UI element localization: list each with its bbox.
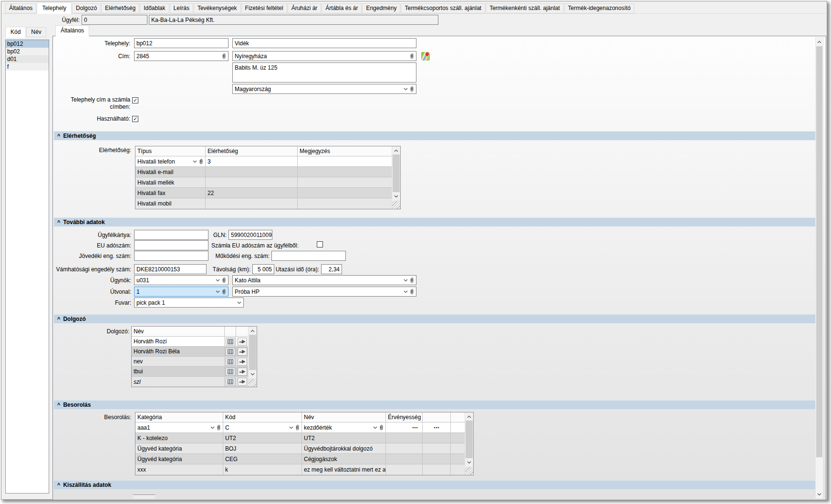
- note-cell[interactable]: [298, 156, 392, 167]
- section-header-more-data[interactable]: ^ További adatok: [54, 217, 815, 226]
- resize-grip[interactable]: [392, 201, 400, 209]
- tab-artabla-es-ar[interactable]: Ártábla és ár: [322, 3, 362, 13]
- invoice-eu-vat-checkbox[interactable]: [317, 241, 323, 247]
- usable-checkbox[interactable]: [132, 116, 138, 122]
- grid-button[interactable]: [226, 378, 235, 386]
- sidebar-tab-kod[interactable]: Kód: [5, 27, 26, 38]
- tab-aruhazi-ar[interactable]: Áruházi ár: [288, 3, 322, 13]
- tab-telephely[interactable]: Telephely: [37, 2, 72, 14]
- open-employee-button[interactable]: [238, 348, 247, 356]
- resize-grip[interactable]: [249, 379, 257, 387]
- employee-row[interactable]: Horváth Rozi Béla: [132, 347, 257, 357]
- col-header[interactable]: Kód: [223, 412, 302, 422]
- country-combo[interactable]: Magyarország: [232, 84, 416, 94]
- col-header[interactable]: Név: [302, 412, 386, 422]
- section-header-employee[interactable]: ^ Dolgozó: [54, 314, 815, 323]
- open-employee-button[interactable]: [238, 378, 247, 386]
- sidebar-tab-nev[interactable]: Név: [26, 27, 46, 37]
- route-name-combo[interactable]: Próba HP: [232, 287, 416, 297]
- col-header[interactable]: Elérhetőség: [206, 146, 298, 156]
- table-scrollbar[interactable]: [248, 327, 257, 387]
- invoice-address-checkbox[interactable]: [132, 97, 138, 103]
- scroll-up-button[interactable]: [816, 38, 823, 46]
- open-employee-button[interactable]: [238, 368, 247, 376]
- tab-fizetesi-feltetel[interactable]: Fizetési feltétel: [241, 3, 287, 13]
- contact-value-cell[interactable]: 3: [206, 156, 298, 167]
- tab-tevekenysegek[interactable]: Tevékenységek: [194, 3, 241, 13]
- freight-combo[interactable]: pick pack 1: [134, 298, 244, 308]
- scroll-thumb[interactable]: [816, 46, 822, 457]
- zip-input[interactable]: 2845: [134, 51, 229, 61]
- classification-row[interactable]: K - kotelezo UT2 UT2: [135, 433, 473, 443]
- employee-row[interactable]: Horváth Rozi: [132, 337, 257, 347]
- validity-ellipsis-button[interactable]: ⋯: [410, 424, 420, 432]
- classification-row-edit[interactable]: aaa1 C kezdőérték: [135, 422, 473, 433]
- operating-permit-input[interactable]: [271, 251, 346, 261]
- classification-row[interactable]: Ügyvéd kategória BOJ Ügyvédbojtárokkal d…: [135, 443, 473, 454]
- section-header-classification[interactable]: ^ Besorolás: [54, 400, 815, 409]
- scroll-up-button[interactable]: [249, 327, 257, 335]
- city-input[interactable]: Nyíregyháza: [232, 51, 416, 61]
- col-header[interactable]: Érvényesség: [386, 412, 423, 422]
- code-combo-cell[interactable]: C: [223, 422, 302, 433]
- scroll-up-button[interactable]: [392, 146, 400, 154]
- tab-leiras[interactable]: Leírás: [170, 3, 193, 13]
- employee-row[interactable]: nev: [132, 357, 257, 367]
- table-row[interactable]: Hivatali mellék: [135, 177, 400, 188]
- tab-dolgozo[interactable]: Dolgozó: [72, 3, 101, 13]
- excise-permit-input[interactable]: [134, 251, 208, 261]
- customs-permit-input[interactable]: DKE8210000153: [134, 264, 207, 274]
- scroll-down-button[interactable]: [392, 192, 400, 200]
- table-scrollbar[interactable]: [392, 146, 400, 209]
- category-combo-cell[interactable]: aaa1: [135, 422, 223, 433]
- open-employee-button[interactable]: [238, 358, 247, 366]
- tab-idoablak[interactable]: Időablak: [140, 3, 169, 13]
- scroll-thumb[interactable]: [393, 154, 400, 192]
- grid-button[interactable]: [226, 358, 235, 366]
- route-code-combo[interactable]: 1: [134, 287, 229, 297]
- site-code-input[interactable]: bp012: [134, 38, 229, 48]
- tab-engedmeny[interactable]: Engedmény: [362, 3, 400, 13]
- resize-grip[interactable]: [465, 467, 473, 475]
- employee-row[interactable]: szl: [132, 377, 257, 387]
- scroll-down-button[interactable]: [816, 490, 823, 498]
- list-item[interactable]: d01: [6, 55, 49, 63]
- scroll-down-button[interactable]: [465, 458, 473, 466]
- travel-time-input[interactable]: 2,34: [321, 264, 342, 274]
- col-header[interactable]: Kategória: [135, 412, 223, 422]
- scroll-thumb[interactable]: [466, 421, 473, 458]
- name-combo-cell[interactable]: kezdőérték: [302, 422, 386, 433]
- main-scrollbar[interactable]: [815, 37, 823, 499]
- customer-code-field[interactable]: 0: [82, 15, 147, 25]
- table-scrollbar[interactable]: [465, 412, 473, 475]
- extra-ellipsis-button[interactable]: ⋯: [431, 424, 442, 432]
- list-item[interactable]: bp02: [6, 48, 49, 55]
- section-header-contacts[interactable]: ^ Elérhetőség: [54, 131, 815, 140]
- col-header[interactable]: Név: [132, 327, 225, 337]
- tab-altalanos[interactable]: Általános: [5, 3, 36, 13]
- distance-input[interactable]: 5 005: [252, 264, 274, 274]
- list-item[interactable]: f: [6, 63, 49, 71]
- street-textarea[interactable]: Babits M. úz 125: [232, 62, 416, 82]
- table-row[interactable]: Hivatali fax 22: [135, 188, 400, 198]
- grid-button[interactable]: [226, 338, 235, 346]
- customer-card-input[interactable]: [134, 230, 208, 240]
- type-combo-cell[interactable]: Hivatali telefon: [135, 156, 206, 167]
- classification-row[interactable]: xxx k ez meg kell változtatni mert ez au…: [135, 464, 473, 475]
- col-header[interactable]: Megjegyzés: [298, 146, 392, 156]
- map-icon[interactable]: [421, 52, 430, 61]
- list-item-selected[interactable]: bp012: [6, 40, 49, 48]
- section-header-delivery[interactable]: ^ Kiszállítás adatok: [54, 480, 815, 489]
- customer-name-field[interactable]: Ka-Ba-La-La Pékség Kft.: [149, 15, 438, 25]
- eu-vat-input[interactable]: [134, 240, 208, 250]
- table-row[interactable]: Hivatali e-mail: [135, 167, 400, 177]
- tab-elerhetoseg[interactable]: Elérhetőség: [101, 3, 139, 13]
- tab-termekenkenti[interactable]: Termékenkénti száll. ajánlat: [486, 3, 563, 13]
- tab-general[interactable]: Általános: [55, 25, 89, 36]
- agent-name-combo[interactable]: Kato Attila: [232, 275, 416, 285]
- employee-row[interactable]: tbui: [132, 367, 257, 377]
- agent-code-combo[interactable]: u031: [134, 275, 229, 285]
- scroll-thumb[interactable]: [249, 335, 256, 370]
- tab-termekcsoportos[interactable]: Termékcsoportos száll. ajánlat: [401, 3, 485, 13]
- gln-input[interactable]: 5990020011009: [229, 230, 272, 240]
